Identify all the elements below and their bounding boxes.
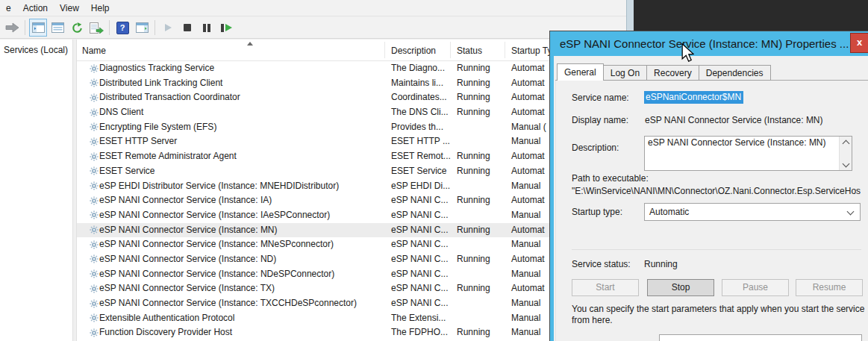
gear-icon	[90, 284, 99, 295]
gear-icon	[90, 196, 99, 207]
menu-item-file-partial[interactable]: e	[0, 0, 17, 16]
service-row[interactable]: eSP NANI Connector Service (Instance: IA…	[77, 208, 625, 223]
service-name-cell: eSP NANI Connector Service (Instance: TX…	[99, 296, 357, 311]
service-row[interactable]: Diagnostics Tracking ServiceThe Diagno..…	[77, 61, 625, 76]
export-list-icon[interactable]	[87, 19, 105, 37]
tab-general[interactable]: General	[557, 63, 604, 81]
menu-item-view[interactable]: View	[54, 0, 85, 16]
stop-button[interactable]: Stop	[647, 279, 714, 296]
gear-icon	[90, 137, 99, 148]
column-startup-type[interactable]: Startup Ty	[511, 40, 552, 60]
tab-log-on[interactable]: Log On	[604, 65, 647, 81]
startup-type-select[interactable]: Automatic	[644, 203, 861, 221]
status-cell: Running	[457, 149, 490, 164]
restart-service-icon[interactable]	[217, 19, 235, 37]
startup-type-cell: Automat	[511, 193, 545, 208]
gear-icon	[90, 240, 99, 251]
gear-icon	[90, 166, 99, 178]
scroll-down-icon[interactable]	[840, 159, 852, 170]
service-name-cell: eSP NANI Connector Service (Instance: ND…	[99, 267, 334, 282]
service-row[interactable]: Distributed Transaction CoordinatorCoord…	[77, 90, 625, 105]
service-row[interactable]: ESET Remote Administrator AgentESET Remo…	[77, 149, 625, 164]
service-row[interactable]: eSP EHDI Distributor Service (Instance: …	[77, 179, 625, 194]
service-name-cell: Encrypting File System (EFS)	[99, 120, 216, 135]
refresh-icon[interactable]	[68, 19, 86, 37]
status-cell: Running	[457, 325, 490, 340]
start-service-icon[interactable]	[159, 19, 177, 37]
console-tree-pane: Services (Local)	[0, 40, 72, 341]
description-text: eSP NANI Connector Service (Instance: MN…	[648, 137, 837, 148]
service-row[interactable]: eSP NANI Connector Service (Instance: TX…	[77, 296, 625, 311]
show-action-pane-icon[interactable]	[133, 19, 151, 37]
service-status-value: Running	[644, 259, 678, 269]
tab-dependencies[interactable]: Dependencies	[699, 65, 771, 81]
column-description[interactable]: Description	[391, 40, 436, 60]
properties-icon[interactable]	[49, 19, 66, 37]
service-row[interactable]: Encrypting File System (EFS)Provides th.…	[77, 120, 625, 135]
menu-bar: eActionViewHelp	[0, 0, 634, 16]
column-name[interactable]: Name	[82, 40, 106, 60]
status-cell: Running	[457, 281, 490, 296]
properties-dialog: eSP NANI Connector Service (Instance: MN…	[550, 31, 868, 341]
screen: { "services_window": { "menu": { "items"…	[0, 0, 868, 341]
service-row[interactable]: DNS ClientThe DNS Cli...RunningAutomat	[77, 105, 625, 120]
service-row[interactable]: Distributed Link Tracking ClientMaintain…	[77, 76, 625, 91]
service-row[interactable]: eSP NANI Connector Service (Instance: MN…	[77, 237, 625, 252]
startup-type-cell: Manual	[511, 296, 540, 311]
status-cell: Running	[457, 105, 490, 120]
startup-type-cell: Manual	[511, 208, 540, 223]
gear-icon	[90, 254, 99, 266]
service-row[interactable]: Function Discovery Provider HostThe FDPH…	[77, 325, 625, 340]
service-name-cell: ESET HTTP Server	[99, 134, 177, 149]
service-name-cell: Distributed Link Tracking Client	[99, 76, 222, 91]
service-row[interactable]: eSP NANI Connector Service (Instance: ND…	[77, 252, 625, 267]
gear-icon	[90, 328, 99, 340]
description-scrollbar[interactable]	[839, 137, 852, 170]
display-name-label: Display name:	[572, 115, 628, 125]
service-row[interactable]: ESET HTTP ServerESET HTTP ...Manual	[77, 134, 625, 149]
menu-item-help[interactable]: Help	[85, 0, 116, 16]
toolbar-separator	[154, 20, 155, 35]
service-list-rows: Diagnostics Tracking ServiceThe Diagno..…	[77, 61, 625, 340]
sidebar-item-services-local[interactable]: Services (Local)	[0, 40, 72, 55]
startup-type-cell: Automat	[511, 61, 545, 76]
help-icon[interactable]: ?	[113, 19, 131, 37]
gear-icon	[90, 269, 99, 281]
pause-service-icon[interactable]	[198, 19, 216, 37]
services-console-window: eActionViewHelp ? Services (Local) NameD…	[0, 0, 634, 341]
description-cell: ESET Service	[391, 164, 446, 179]
service-row[interactable]: eSP NANI Connector Service (Instance: TX…	[77, 281, 625, 296]
service-row[interactable]: ESET ServiceESET ServiceRunningAutomat	[77, 164, 625, 179]
gear-icon	[90, 313, 99, 325]
gear-icon	[90, 152, 99, 163]
menu-item-action[interactable]: Action	[17, 0, 54, 16]
startup-type-label: Startup type:	[572, 207, 622, 217]
start-button[interactable]: Start	[572, 279, 639, 296]
service-row[interactable]: eSP NANI Connector Service (Instance: ND…	[77, 267, 625, 282]
service-row[interactable]: Extensible Authentication ProtocolThe Ex…	[77, 311, 625, 326]
column-status[interactable]: Status	[457, 40, 482, 60]
startup-type-cell: Manual	[511, 179, 540, 194]
resume-button[interactable]: Resume	[796, 279, 863, 296]
description-textarea[interactable]: eSP NANI Connector Service (Instance: MN…	[644, 136, 852, 171]
start-parameters-input[interactable]	[659, 334, 862, 341]
mouse-cursor	[681, 43, 694, 63]
service-name-cell: eSP NANI Connector Service (Instance: TX…	[99, 281, 275, 296]
pause-button[interactable]: Pause	[722, 279, 789, 296]
forward-icon[interactable]	[3, 19, 21, 37]
display-name-value: eSP NANI Connector Service (Instance: MN…	[645, 115, 823, 125]
start-parameters-hint: You can specify the start parameters tha…	[572, 304, 868, 326]
description-cell: ESET HTTP ...	[391, 134, 450, 149]
tab-recovery[interactable]: Recovery	[647, 65, 699, 81]
scroll-up-icon[interactable]	[840, 137, 852, 148]
selected-text: eSPNaniConnector$MN	[644, 91, 743, 104]
gear-icon	[90, 181, 99, 193]
show-console-tree-icon[interactable]	[29, 19, 47, 37]
service-name-cell: Diagnostics Tracking Service	[99, 61, 214, 76]
dialog-title-bar[interactable]: eSP NANI Connector Service (Instance: MN…	[550, 31, 868, 56]
description-cell: eSP NANI C...	[391, 193, 448, 208]
close-button[interactable]: x	[850, 33, 868, 53]
service-row[interactable]: eSP NANI Connector Service (Instance: MN…	[77, 223, 625, 238]
service-row[interactable]: eSP NANI Connector Service (Instance: IA…	[77, 193, 625, 208]
stop-service-icon[interactable]	[178, 19, 196, 37]
